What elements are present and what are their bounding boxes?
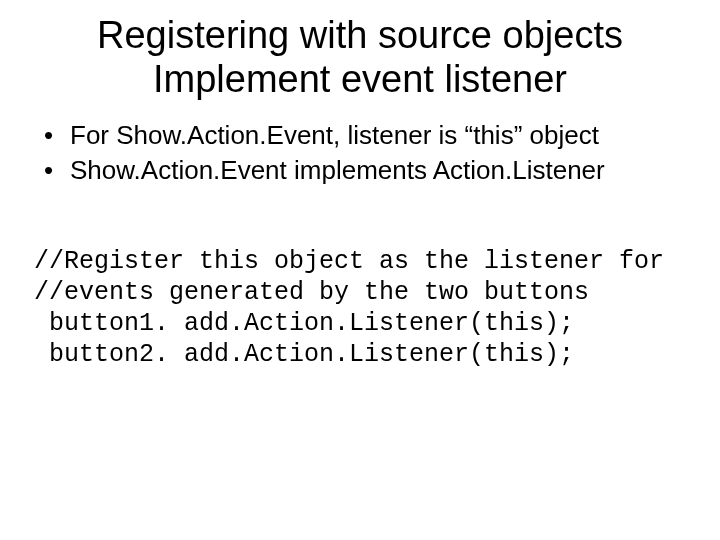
code-block: //Register this object as the listener f…: [34, 214, 688, 402]
bullet-item: For Show.Action.Event, listener is “this…: [32, 119, 688, 152]
title-line-1: Registering with source objects: [97, 14, 623, 56]
bullet-list: For Show.Action.Event, listener is “this…: [32, 119, 688, 186]
slide-title: Registering with source objects Implemen…: [32, 14, 688, 101]
bullet-item: Show.Action.Event implements Action.List…: [32, 154, 688, 187]
code-line: button1. add.Action.Listener(this);: [34, 309, 574, 338]
code-line: //events generated by the two buttons: [34, 278, 589, 307]
code-line: button2. add.Action.Listener(this);: [34, 340, 574, 369]
slide: Registering with source objects Implemen…: [0, 0, 720, 540]
code-line: //Register this object as the listener f…: [34, 247, 664, 276]
title-line-2: Implement event listener: [153, 58, 567, 100]
